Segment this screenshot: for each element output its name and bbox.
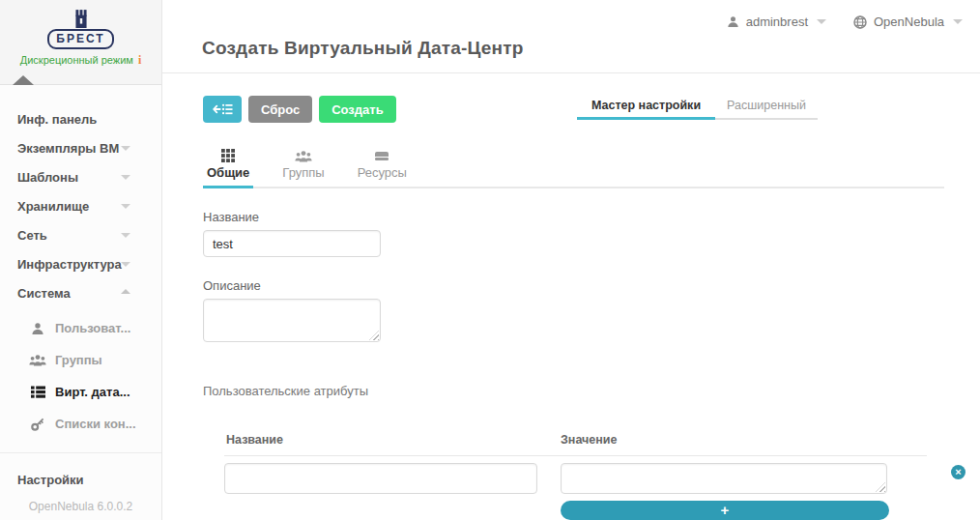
sidebar-item-templates[interactable]: Шаблоны: [0, 163, 161, 192]
server-icon: [374, 148, 389, 162]
chevron-down-icon: [953, 19, 963, 24]
action-row: Сброс Создать Мастер настройки Расширенн…: [203, 96, 945, 123]
sidebar-collapse-arrow-icon[interactable]: [13, 75, 34, 85]
main-area: Создать Виртуальный Дата-Центр adminbres…: [162, 0, 980, 520]
info-icon[interactable]: i: [138, 53, 141, 67]
chevron-down-icon: [121, 175, 130, 180]
mode-tabs: Мастер настройки Расширенный: [577, 94, 818, 120]
sidebar-item-system[interactable]: Система: [0, 279, 161, 308]
user-name: adminbrest: [746, 14, 808, 29]
brand-logo: БРЕСТ: [47, 29, 113, 49]
sidebar: БРЕСТ Дискреционный режимi Инф. панель Э…: [0, 0, 162, 520]
name-label: Название: [203, 210, 945, 224]
content: Сброс Создать Мастер настройки Расширенн…: [162, 73, 980, 520]
back-to-list-button[interactable]: [203, 96, 242, 123]
description-textarea[interactable]: [203, 299, 381, 342]
description-label: Описание: [203, 278, 945, 293]
sidebar-item-groups[interactable]: Группы: [0, 344, 161, 376]
attr-table-row: ×: [224, 456, 927, 494]
version-label: OpenNebula 6.0.0.2: [0, 500, 161, 513]
delete-row-icon[interactable]: ×: [951, 465, 966, 479]
description-wrap: [203, 299, 381, 342]
tab-general[interactable]: Общие: [203, 148, 253, 188]
sidebar-item-dashboard[interactable]: Инф. панель: [0, 105, 161, 134]
chevron-down-icon: [121, 146, 130, 151]
chevron-down-icon: [121, 262, 130, 267]
add-attribute-button[interactable]: +: [561, 501, 889, 520]
sidebar-menu: Инф. панель Экземпляры ВМ Шаблоны Хранил…: [0, 85, 161, 481]
tab-resources[interactable]: Ресурсы: [354, 148, 411, 188]
sidebar-item-settings[interactable]: Настройки: [0, 452, 161, 481]
custom-attributes-table: Название Значение × +: [224, 433, 927, 520]
sidebar-item-network[interactable]: Сеть: [0, 221, 161, 250]
zone-name: OpenNebula: [874, 14, 944, 29]
security-mode-label: Дискреционный режимi: [0, 53, 161, 68]
attr-value-wrap: [561, 463, 887, 494]
sidebar-item-storage[interactable]: Хранилище: [0, 192, 161, 221]
chevron-down-icon: [817, 19, 826, 24]
tab-wizard[interactable]: Мастер настройки: [577, 94, 715, 120]
reset-button[interactable]: Сброс: [248, 96, 312, 123]
name-input[interactable]: [203, 230, 381, 257]
attr-value-header: Значение: [561, 433, 617, 447]
chevron-up-icon: [121, 289, 130, 294]
sidebar-item-users[interactable]: Пользоват...: [0, 312, 161, 344]
app-window: БРЕСТ Дискреционный режимi Инф. панель Э…: [0, 0, 980, 520]
sidebar-item-vdc[interactable]: Вирт. дата...: [0, 376, 161, 408]
main-header: Создать Виртуальный Дата-Центр adminbres…: [162, 0, 980, 73]
sidebar-item-vm-instances[interactable]: Экземпляры ВМ: [0, 134, 161, 163]
attr-table-header: Название Значение: [224, 433, 927, 456]
system-submenu: Пользоват... Группы: [0, 308, 161, 442]
attr-name-header: Название: [224, 433, 561, 447]
page-title: Создать Виртуальный Дата-Центр: [202, 38, 524, 59]
tab-advanced[interactable]: Расширенный: [715, 94, 818, 120]
sidebar-item-infrastructure[interactable]: Инфраструктура: [0, 250, 161, 279]
custom-attributes-title: Пользовательские атрибуты: [203, 384, 945, 398]
top-bar-controls: adminbrest OpenNebula: [727, 14, 963, 29]
grid-icon: [221, 148, 235, 162]
vdc-list-icon: [29, 386, 46, 398]
user-icon: [29, 322, 46, 335]
key-icon: [29, 418, 46, 431]
attr-value-textarea[interactable]: [561, 463, 887, 494]
section-tabs: Общие Группы: [203, 148, 944, 188]
back-to-list-icon: [213, 102, 233, 116]
chevron-down-icon: [121, 233, 130, 238]
sidebar-item-acl[interactable]: Списки кон...: [0, 408, 161, 440]
users-icon: [29, 354, 46, 366]
chevron-down-icon: [121, 204, 130, 209]
zone-dropdown[interactable]: OpenNebula: [853, 14, 963, 29]
sidebar-brand: БРЕСТ Дискреционный режимi: [0, 0, 161, 85]
attr-name-input[interactable]: [224, 463, 537, 494]
user-dropdown[interactable]: adminbrest: [727, 14, 826, 29]
castle-logo-icon: [67, 9, 96, 28]
create-button[interactable]: Создать: [319, 96, 395, 123]
users-icon: [295, 148, 312, 162]
user-icon: [727, 15, 739, 28]
tab-groups[interactable]: Группы: [278, 148, 328, 188]
globe-icon: [853, 15, 867, 29]
